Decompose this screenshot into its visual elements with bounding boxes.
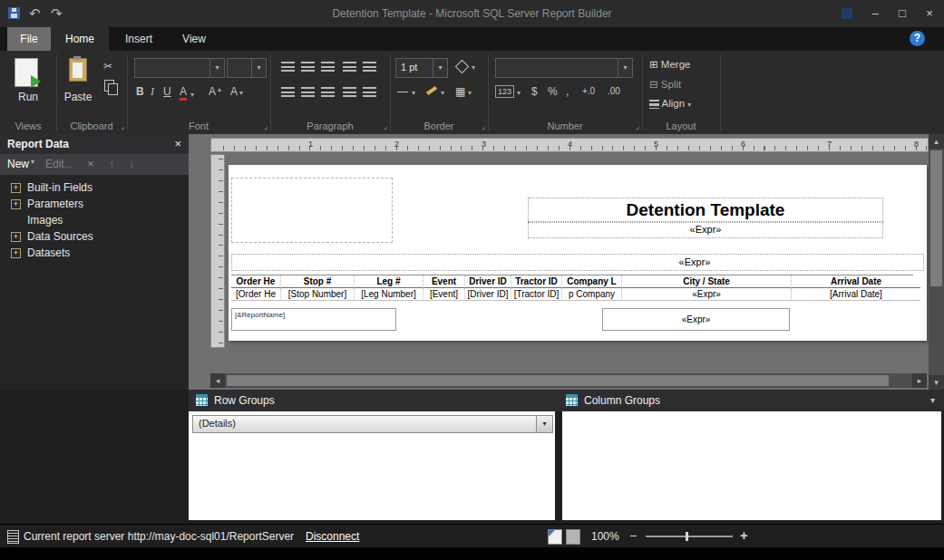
column-groups-list[interactable] (562, 411, 941, 520)
delete-icon[interactable]: × (87, 157, 94, 170)
tablix-header-cell[interactable]: Order He (231, 275, 281, 288)
maximize-button[interactable]: □ (889, 0, 916, 27)
font-name-combo[interactable]: ▾ (134, 58, 225, 78)
tablix-header-cell[interactable]: Event (423, 275, 465, 288)
tablix-data-cell[interactable]: [Order He (231, 288, 281, 301)
tree-item-parameters[interactable]: + Parameters (0, 196, 189, 212)
textbox-report-name[interactable]: [&ReportName] (231, 308, 396, 331)
tablix-data-cell[interactable]: p Company (562, 288, 622, 301)
grow-font-button[interactable]: A (209, 85, 216, 98)
panel-close-icon[interactable]: × (174, 137, 181, 150)
grouping-pane-menu-icon[interactable]: ▾ (930, 395, 935, 405)
textbox-subtitle-expr[interactable]: «Expr» (528, 221, 883, 238)
align-left-icon[interactable] (281, 87, 295, 97)
scroll-right-icon[interactable]: ▸ (912, 373, 927, 388)
increase-indent-icon[interactable] (363, 62, 376, 72)
comma-button[interactable]: , (566, 85, 569, 98)
align-right-icon[interactable] (321, 87, 335, 97)
tab-file[interactable]: File (7, 27, 51, 51)
tablix-header-cell[interactable]: Company L (562, 275, 622, 288)
tablix-data-cell[interactable]: [Event] (423, 288, 465, 301)
clipboard-dialog-launcher-icon[interactable]: ⌟ (121, 122, 124, 130)
scroll-left-icon[interactable]: ◂ (210, 373, 225, 388)
zoom-slider[interactable] (646, 536, 733, 537)
report-canvas[interactable]: Detention Template «Expr» «Expr» Order H… (229, 165, 927, 341)
textbox-header-left[interactable] (231, 178, 393, 243)
bullets-icon[interactable] (343, 87, 356, 97)
font-name-dropdown-icon[interactable]: ▾ (209, 59, 224, 77)
tab-home[interactable]: Home (51, 27, 109, 51)
cut-icon[interactable]: ✂ (103, 60, 112, 72)
tree-item-built-in-fields[interactable]: + Built-in Fields (0, 179, 189, 196)
minimize-button[interactable]: – (861, 0, 889, 27)
number-dialog-launcher-icon[interactable]: ⌟ (636, 122, 639, 130)
vertical-scrollbar[interactable]: ▴ ▾ (929, 134, 944, 390)
shrink-font-button[interactable]: A (230, 85, 238, 98)
design-surface[interactable]: 1 2 3 4 5 6 7 8 Detention Template «Expr… (189, 134, 929, 390)
border-color-icon[interactable] (426, 86, 437, 95)
scroll-up-icon[interactable]: ▴ (929, 134, 944, 149)
tablix-data-cell[interactable]: [Tractor ID] (511, 288, 562, 301)
split-button[interactable]: ⊟ Split (649, 78, 681, 91)
disconnect-link[interactable]: Disconnect (306, 530, 359, 543)
textbox-band-expr[interactable]: «Expr» (231, 254, 924, 271)
italic-button[interactable]: I (151, 85, 154, 98)
row-groups-list[interactable]: (Details) ▾ (189, 411, 555, 520)
fill-color-icon[interactable] (455, 60, 470, 74)
border-width-dropdown-icon[interactable]: ▾ (433, 59, 447, 77)
tablix-header-cell[interactable]: Driver ID (465, 275, 511, 288)
tablix-data-cell[interactable]: [Stop Number] (281, 288, 355, 301)
border-color-dropdown-icon[interactable]: ▾ (441, 87, 444, 100)
zoom-in-button[interactable]: + (740, 527, 748, 543)
move-down-icon[interactable]: ↓ (129, 158, 134, 170)
number-123-dropdown-icon[interactable]: ▾ (517, 87, 521, 100)
font-size-combo[interactable]: ▾ (227, 58, 267, 78)
font-color-button[interactable]: A (180, 85, 187, 101)
align-center-icon[interactable] (301, 87, 315, 97)
horizontal-scrollbar-thumb[interactable] (227, 375, 889, 386)
expand-icon[interactable]: + (11, 183, 21, 193)
copy-icon[interactable] (104, 80, 114, 92)
border-dialog-launcher-icon[interactable]: ⌟ (482, 122, 485, 130)
tablix-data-cell[interactable]: [Arrival Date] (792, 288, 920, 301)
borders-icon[interactable]: ▦ (455, 85, 465, 98)
percent-button[interactable]: % (548, 85, 558, 98)
tablix-header-cell[interactable]: City / State (622, 275, 792, 288)
tree-item-datasets[interactable]: + Datasets (0, 245, 189, 261)
new-button[interactable]: New (7, 158, 29, 170)
line-style-dropdown-icon[interactable]: ▾ (412, 87, 415, 100)
tablix-data-cell[interactable]: [Driver ID] (465, 288, 511, 301)
horizontal-scrollbar[interactable]: ◂ ▸ (210, 373, 927, 388)
tablix-data-cell[interactable]: [Leg Number] (355, 288, 423, 301)
merge-button[interactable]: ⊞ Merge (649, 58, 690, 71)
scroll-down-icon[interactable]: ▾ (929, 375, 944, 390)
paragraph-dialog-launcher-icon[interactable]: ⌟ (384, 122, 387, 130)
bold-button[interactable]: B (136, 85, 144, 98)
align-middle-icon[interactable] (301, 62, 315, 72)
tablix-header-cell[interactable]: Stop # (281, 275, 355, 288)
print-layout-icon[interactable] (566, 529, 580, 545)
vertical-scrollbar-thumb[interactable] (930, 150, 942, 286)
font-dialog-launcher-icon[interactable]: ⌟ (264, 122, 268, 130)
expand-icon[interactable]: + (11, 199, 21, 209)
design-view-icon[interactable] (548, 529, 562, 545)
edit-button[interactable]: Edit... (45, 158, 73, 170)
line-style-icon[interactable]: — (397, 85, 408, 98)
number-format-combo[interactable]: ▾ (495, 58, 633, 78)
tree-item-data-sources[interactable]: + Data Sources (0, 228, 189, 245)
expand-icon[interactable]: + (11, 248, 21, 258)
numbering-icon[interactable] (363, 87, 376, 97)
zoom-out-button[interactable]: − (629, 528, 637, 543)
textbox-footer-expr[interactable]: «Expr» (602, 308, 790, 331)
help-icon[interactable]: ? (910, 31, 925, 46)
tab-insert[interactable]: Insert (109, 27, 169, 51)
decrease-indent-icon[interactable] (343, 62, 356, 72)
details-group-item[interactable]: (Details) ▾ (192, 415, 553, 433)
textbox-report-title[interactable]: Detention Template (528, 198, 883, 223)
border-width-combo[interactable]: 1 pt ▾ (395, 58, 448, 78)
underline-button[interactable]: U (163, 85, 171, 98)
font-size-dropdown-icon[interactable]: ▾ (251, 59, 266, 77)
align-top-icon[interactable] (281, 62, 295, 72)
number-123-button[interactable]: 123 (495, 85, 514, 98)
decrease-decimal-button[interactable]: .00 (608, 85, 620, 98)
